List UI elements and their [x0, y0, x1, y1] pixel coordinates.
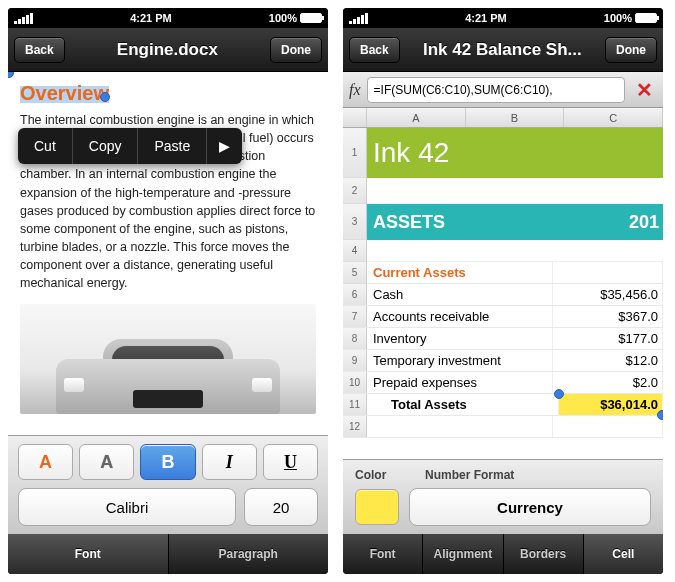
cell-value[interactable]: $177.0 [553, 328, 663, 349]
col-b[interactable]: B [466, 108, 565, 127]
done-button[interactable]: Done [270, 37, 322, 63]
spreadsheet-screen: 4:21 PM 100% Back Ink 42 Balance Sh... D… [343, 8, 663, 574]
cell-label[interactable]: Temporary investment [367, 350, 553, 371]
col-c[interactable]: C [564, 108, 663, 127]
data-row[interactable]: 9Temporary investment$12.0 [343, 350, 663, 372]
total-label[interactable]: Total Assets [367, 394, 559, 415]
row-num[interactable]: 9 [343, 350, 367, 371]
tab-font[interactable]: Font [8, 534, 169, 574]
cancel-formula-icon[interactable]: ✕ [631, 77, 657, 103]
selection-handle-start[interactable] [8, 72, 14, 78]
fill-color-swatch[interactable] [355, 489, 399, 525]
font-family-picker[interactable]: Calibri [18, 488, 236, 526]
status-bar: 4:21 PM 100% [8, 8, 328, 28]
selection-handle[interactable] [657, 410, 663, 420]
back-button[interactable]: Back [349, 37, 400, 63]
formula-input[interactable]: =IF(SUM(C6:C10),SUM(C6:C10), [367, 77, 625, 103]
more-actions-icon[interactable]: ▶ [207, 130, 242, 162]
col-a[interactable]: A [367, 108, 466, 127]
data-row[interactable]: 7Accounts receivable$367.0 [343, 306, 663, 328]
bottom-tabs: Font Alignment Borders Cell [343, 534, 663, 574]
battery-icon [300, 13, 322, 23]
row-num[interactable]: 7 [343, 306, 367, 327]
row-num[interactable]: 4 [343, 240, 367, 262]
font-size-picker[interactable]: 20 [244, 488, 318, 526]
blank-row[interactable] [343, 178, 663, 204]
tab-alignment[interactable]: Alignment [423, 534, 503, 574]
select-all-corner[interactable] [343, 108, 367, 127]
data-row[interactable]: 10Prepaid expenses$2.0 [343, 372, 663, 394]
column-headers: A B C [343, 108, 663, 128]
formula-bar: fx =IF(SUM(C6:C10),SUM(C6:C10), ✕ [343, 72, 663, 108]
total-value-cell[interactable]: $36,014.0 [559, 394, 663, 415]
paste-action[interactable]: Paste [138, 128, 207, 164]
format-toolbar: A A B I U Calibri 20 [8, 435, 328, 534]
cell-value[interactable]: $2.0 [553, 372, 663, 393]
number-format-label: Number Format [425, 468, 514, 482]
number-format-picker[interactable]: Currency [409, 488, 651, 526]
data-row[interactable]: 8Inventory$177.0 [343, 328, 663, 350]
cell-value[interactable]: $35,456.0 [553, 284, 663, 305]
text-outline-button[interactable]: A [79, 444, 134, 480]
cell-value[interactable]: $367.0 [553, 306, 663, 327]
data-row[interactable]: 6Cash$35,456.0 [343, 284, 663, 306]
spreadsheet-grid[interactable]: A B C 1 2 3 4 5 Ink 42 ASSETS 201 5 Curr… [343, 108, 663, 459]
sheet-company-title[interactable]: Ink 42 [343, 128, 663, 178]
context-menu: Cut Copy Paste ▶ [18, 128, 242, 164]
cell-label[interactable]: Inventory [367, 328, 553, 349]
selection-handle[interactable] [554, 389, 564, 399]
row-num[interactable]: 1 [343, 128, 367, 178]
tab-cell[interactable]: Cell [584, 534, 663, 574]
blank-row[interactable] [343, 240, 663, 262]
tab-paragraph[interactable]: Paragraph [169, 534, 329, 574]
cell-value[interactable]: $12.0 [553, 350, 663, 371]
section-header[interactable]: Current Assets [367, 262, 553, 283]
cell-label[interactable]: Accounts receivable [367, 306, 553, 327]
sheet-title: Ink 42 Balance Sh... [423, 40, 582, 60]
row-num[interactable]: 5 [343, 262, 367, 284]
doc-title: Engine.docx [117, 40, 218, 60]
italic-button[interactable]: I [202, 444, 257, 480]
cut-action[interactable]: Cut [18, 128, 73, 164]
document-body[interactable]: Overview The internal combustion engine … [8, 72, 328, 435]
copy-action[interactable]: Copy [73, 128, 139, 164]
done-button[interactable]: Done [605, 37, 657, 63]
back-button[interactable]: Back [14, 37, 65, 63]
row-num[interactable]: 6 [343, 284, 367, 305]
status-bar: 4:21 PM 100% [343, 8, 663, 28]
assets-header[interactable]: ASSETS 201 [343, 204, 663, 240]
row-num[interactable]: 2 [343, 178, 367, 204]
underline-button[interactable]: U [263, 444, 318, 480]
row-num[interactable]: 8 [343, 328, 367, 349]
word-processor-screen: 4:21 PM 100% Back Engine.docx Done Overv… [8, 8, 328, 574]
cell-label[interactable]: Prepaid expenses [367, 372, 553, 393]
clock: 4:21 PM [130, 12, 172, 24]
bottom-tabs: Font Paragraph [8, 534, 328, 574]
cell-format-toolbar: Color Number Format Currency [343, 459, 663, 534]
bold-button[interactable]: B [140, 444, 195, 480]
clock: 4:21 PM [465, 12, 507, 24]
fx-icon[interactable]: fx [349, 81, 361, 99]
row-num[interactable]: 11 [343, 394, 367, 415]
tab-borders[interactable]: Borders [504, 534, 584, 574]
signal-icon [14, 13, 33, 24]
nav-bar: Back Ink 42 Balance Sh... Done [343, 28, 663, 72]
tab-font[interactable]: Font [343, 534, 423, 574]
color-label: Color [355, 468, 425, 482]
row-num[interactable]: 3 [343, 204, 367, 240]
selection-handle-end[interactable] [100, 92, 110, 102]
font-color-button[interactable]: A [18, 444, 73, 480]
nav-bar: Back Engine.docx Done [8, 28, 328, 72]
battery-icon [635, 13, 657, 23]
heading-overview[interactable]: Overview [20, 82, 109, 104]
signal-icon [349, 13, 368, 24]
row-num[interactable]: 12 [343, 416, 367, 437]
embedded-image[interactable] [20, 304, 316, 414]
cell-label[interactable]: Cash [367, 284, 553, 305]
row-num[interactable]: 10 [343, 372, 367, 393]
